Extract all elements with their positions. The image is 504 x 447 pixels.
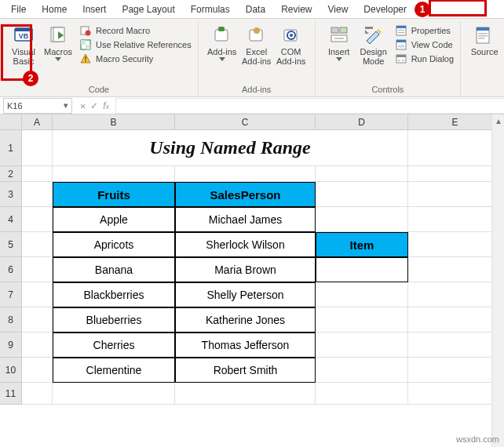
row-header-11[interactable]: 11 (0, 383, 22, 405)
tab-data[interactable]: Data (238, 1, 273, 17)
formula-bar[interactable] (115, 98, 504, 114)
cell-D2[interactable] (316, 166, 408, 182)
cell-D11[interactable] (316, 383, 408, 405)
cell-person-6[interactable]: Robert Smith (175, 358, 316, 383)
cell-A3[interactable] (22, 182, 53, 207)
cell-B2[interactable] (53, 166, 175, 182)
cell-C2[interactable] (175, 166, 316, 182)
cell-E5[interactable] (408, 232, 502, 257)
macro-security-button[interactable]: Macro Security (80, 53, 192, 64)
row-header-3[interactable]: 3 (0, 182, 22, 207)
tab-developer[interactable]: Developer (356, 1, 415, 17)
cell-A4[interactable] (22, 207, 53, 232)
cell-fruit-1[interactable]: Apricots (53, 232, 175, 257)
cell-A5[interactable] (22, 232, 53, 257)
cell-person-3[interactable]: Shelly Peterson (175, 282, 316, 307)
cell-person-1[interactable]: Sherlock Wilson (175, 232, 316, 257)
row-header-7[interactable]: 7 (0, 282, 22, 307)
cell-D10[interactable] (316, 358, 408, 383)
row-header-9[interactable]: 9 (0, 333, 22, 358)
cell-person-2[interactable]: Maria Brown (175, 257, 316, 282)
row-header-10[interactable]: 10 (0, 358, 22, 383)
cell-D9[interactable] (316, 333, 408, 358)
scroll-up-icon[interactable]: ▴ (492, 114, 504, 127)
row-header-8[interactable]: 8 (0, 307, 22, 333)
cell-E3[interactable] (408, 182, 502, 207)
properties-button[interactable]: Properties (396, 25, 454, 36)
cell-fruit-5[interactable]: Cherries (53, 333, 175, 358)
cell-D7[interactable] (316, 282, 408, 307)
row-header-1[interactable]: 1 (0, 130, 22, 166)
cell-A2[interactable] (22, 166, 53, 182)
cell-E4[interactable] (408, 207, 502, 232)
tab-file[interactable]: File (3, 1, 34, 17)
source-button[interactable]: Source (467, 24, 502, 58)
cancel-formula-icon[interactable]: ✕ (80, 100, 86, 111)
cell-E1[interactable] (408, 130, 502, 166)
name-box[interactable]: K16 ▾ (3, 98, 72, 114)
cell-E8[interactable] (408, 307, 502, 333)
row-header-4[interactable]: 4 (0, 207, 22, 232)
header-item[interactable]: Item (316, 232, 408, 257)
cell-D8[interactable] (316, 307, 408, 333)
cell-A1[interactable] (22, 130, 53, 166)
cell-D4[interactable] (316, 207, 408, 232)
cell-fruit-0[interactable]: Apple (53, 207, 175, 232)
run-dialog-button[interactable]: Run Dialog (396, 53, 454, 64)
cell-person-5[interactable]: Thomas Jefferson (175, 333, 316, 358)
cell-E6[interactable] (408, 257, 502, 282)
cell-person-4[interactable]: Katherine Jones (175, 307, 316, 333)
cell-A10[interactable] (22, 358, 53, 383)
cell-E10[interactable] (408, 358, 502, 383)
vertical-scrollbar[interactable]: ▴ (491, 114, 504, 447)
tab-home[interactable]: Home (34, 1, 75, 17)
addins-button[interactable]: Add-ins (205, 24, 239, 65)
cell-A7[interactable] (22, 282, 53, 307)
cell-person-0[interactable]: Michael James (175, 207, 316, 232)
excel-addins-button[interactable]: Excel Add-ins (239, 24, 274, 67)
col-header-E[interactable]: E (408, 114, 502, 130)
cell-fruit-6[interactable]: Clementine (53, 358, 175, 383)
tab-review[interactable]: Review (273, 1, 320, 17)
record-macro-button[interactable]: Record Macro (80, 25, 192, 36)
cell-B11[interactable] (53, 383, 175, 405)
col-header-C[interactable]: C (175, 114, 316, 130)
design-mode-button[interactable]: Design Mode (356, 24, 391, 67)
row-header-5[interactable]: 5 (0, 232, 22, 257)
col-header-D[interactable]: D (316, 114, 408, 130)
visual-basic-button[interactable]: VB Visual Basic (6, 24, 41, 67)
enter-formula-icon[interactable]: ✓ (90, 100, 98, 111)
header-salesperson[interactable]: SalesPerson (175, 182, 316, 207)
tab-view[interactable]: View (320, 1, 356, 17)
insert-control-button[interactable]: Insert (322, 24, 356, 65)
cell-A6[interactable] (22, 257, 53, 282)
col-header-B[interactable]: B (53, 114, 175, 130)
cell-E9[interactable] (408, 333, 502, 358)
cell-C11[interactable] (175, 383, 316, 405)
cell-E11[interactable] (408, 383, 502, 405)
view-code-button[interactable]: </> View Code (396, 39, 454, 50)
macros-button[interactable]: Macros (41, 24, 75, 65)
title-cell[interactable]: Using Named Range (53, 130, 408, 166)
cell-E2[interactable] (408, 166, 502, 182)
cell-fruit-2[interactable]: Banana (53, 257, 175, 282)
com-addins-button[interactable]: COM Add-ins (274, 24, 309, 67)
cell-A8[interactable] (22, 307, 53, 333)
cell-fruit-4[interactable]: Blueberries (53, 307, 175, 333)
cell-E7[interactable] (408, 282, 502, 307)
tab-insert[interactable]: Insert (75, 1, 114, 17)
cell-A9[interactable] (22, 333, 53, 358)
fx-icon[interactable]: fx (103, 100, 109, 111)
cell-D3[interactable] (316, 182, 408, 207)
header-fruits[interactable]: Fruits (53, 182, 175, 207)
use-relative-refs-button[interactable]: Use Relative References (80, 39, 192, 50)
tab-page-layout[interactable]: Page Layout (114, 1, 182, 17)
row-header-2[interactable]: 2 (0, 166, 22, 182)
col-header-A[interactable]: A (22, 114, 53, 130)
row-header-6[interactable]: 6 (0, 257, 22, 282)
cell-item-value[interactable] (316, 257, 408, 282)
cell-A11[interactable] (22, 383, 53, 405)
select-all-corner[interactable] (0, 114, 22, 130)
tab-formulas[interactable]: Formulas (183, 1, 238, 17)
cell-fruit-3[interactable]: Blackberries (53, 282, 175, 307)
